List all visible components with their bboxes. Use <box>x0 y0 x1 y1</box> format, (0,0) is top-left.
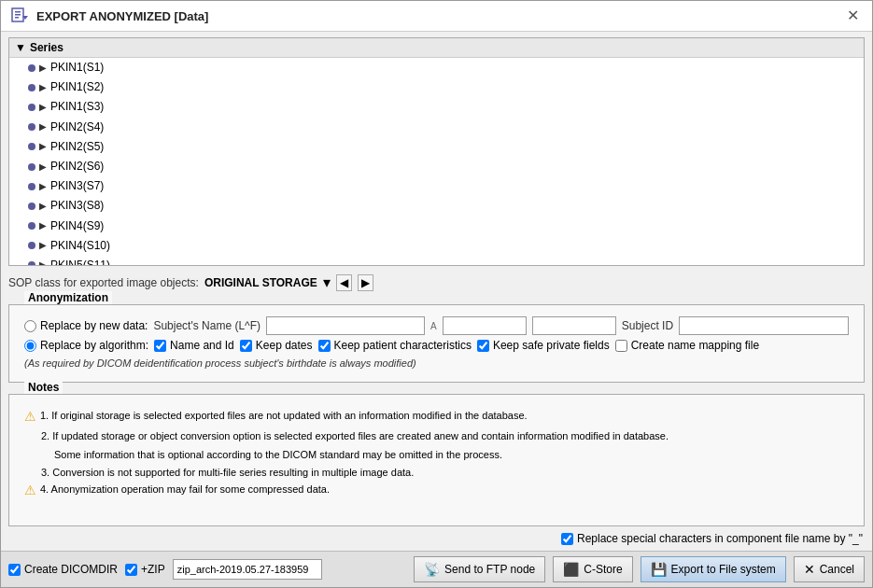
note-4-text: 4. Anonymization operation may fail for … <box>40 482 330 497</box>
cancel-button[interactable]: ✕ Cancel <box>794 556 865 582</box>
subject-name-input[interactable] <box>266 316 425 335</box>
note-4: ⚠ 4. Anonymization operation may fail fo… <box>24 482 849 500</box>
keep-patient-char-checkbox-label[interactable]: Keep patient characteristics <box>318 339 472 352</box>
title-bar-left: EXPORT ANONYMIZED [Data] <box>10 7 208 25</box>
create-name-mapping-checkbox-label[interactable]: Create name mapping file <box>615 339 759 352</box>
bottom-area: Replace special characters in component … <box>8 532 865 545</box>
note-1: ⚠ 1. If original storage is selected exp… <box>24 408 849 427</box>
subject-name-a-input[interactable] <box>443 316 527 335</box>
warning-icon-4: ⚠ <box>24 482 36 500</box>
tree-dot-icon <box>28 64 35 72</box>
tree-item-label: PKIN5(S11) <box>50 257 110 266</box>
sop-dropdown-icon[interactable]: ▾ <box>323 273 331 291</box>
replace-chars-checkbox-label[interactable]: Replace special characters in component … <box>561 532 863 545</box>
title-bar: EXPORT ANONYMIZED [Data] ✕ <box>1 1 872 32</box>
tree-expand-icon[interactable]: ▶ <box>39 179 47 194</box>
subject-id-input[interactable] <box>679 316 849 335</box>
tree-header-label: Series <box>30 41 63 54</box>
tree-item[interactable]: ▶ PKIN1(S3) <box>9 97 864 117</box>
replace-new-label: Replace by new data: <box>40 319 148 332</box>
replace-new-radio-label[interactable]: Replace by new data: <box>24 319 148 332</box>
create-dicomdir-text: Create DICOMDIR <box>24 563 118 576</box>
tree-item[interactable]: ▶ PKIN1(S2) <box>9 77 864 97</box>
replace-algo-row: Replace by algorithm: Name and Id Keep d… <box>24 339 849 352</box>
sop-nav-next[interactable]: ▶ <box>358 274 373 291</box>
keep-patient-char-checkbox[interactable] <box>318 340 331 352</box>
tree-item[interactable]: ▶ PKIN3(S8) <box>9 196 864 216</box>
keep-safe-private-checkbox[interactable] <box>477 340 489 352</box>
tree-dot-icon <box>28 163 35 171</box>
c-store-button[interactable]: ⬛ C-Store <box>553 556 632 582</box>
tree-item[interactable]: ▶ PKIN4(S10) <box>9 236 864 256</box>
tree-item[interactable]: ▶ PKIN1(S1) <box>9 58 864 77</box>
replace-new-radio[interactable] <box>24 320 36 332</box>
create-dicomdir-checkbox[interactable] <box>8 564 21 576</box>
tree-dot-icon <box>28 261 35 266</box>
tree-expand-icon[interactable]: ▶ <box>39 238 47 253</box>
subject-id-label: Subject ID <box>622 319 673 332</box>
tree-expand-icon[interactable]: ▶ <box>39 100 47 115</box>
tree-dot-icon <box>28 123 35 131</box>
create-dicomdir-label[interactable]: Create DICOMDIR <box>8 563 118 576</box>
tree-expand-icon[interactable]: ▶ <box>39 139 47 154</box>
create-name-mapping-label: Create name mapping file <box>631 339 759 352</box>
name-and-id-checkbox[interactable] <box>154 340 166 352</box>
sop-nav-prev[interactable]: ◀ <box>336 274 352 291</box>
send-ftp-button[interactable]: 📡 Send to FTP node <box>414 556 545 582</box>
anon-italic-note: (As required by DICOM deidentification p… <box>24 356 849 371</box>
tree-item[interactable]: ▶ PKIN2(S5) <box>9 137 864 157</box>
name-and-id-checkbox-label[interactable]: Name and Id <box>154 339 234 352</box>
replace-algo-radio[interactable] <box>24 340 36 352</box>
create-name-mapping-checkbox[interactable] <box>615 340 627 352</box>
tree-item-label: PKIN1(S1) <box>50 59 104 77</box>
anonymization-group: Anonymization Replace by new data: Subje… <box>8 304 865 383</box>
tree-item-label: PKIN1(S2) <box>50 78 104 96</box>
svg-rect-2 <box>15 14 21 16</box>
tree-expand-icon[interactable]: ▶ <box>39 218 47 233</box>
replace-algo-radio-label[interactable]: Replace by algorithm: <box>24 339 148 352</box>
tree-expand-icon[interactable]: ▶ <box>39 160 47 175</box>
replace-chars-checkbox[interactable] <box>561 533 573 545</box>
replace-chars-label: Replace special characters in component … <box>577 532 863 545</box>
subject-name-b-input[interactable] <box>532 316 616 335</box>
tree-item-label: PKIN4(S10) <box>50 237 110 255</box>
name-and-id-label: Name and Id <box>170 339 234 352</box>
zip-filename-input[interactable] <box>173 559 322 580</box>
tree-item[interactable]: ▶ PKIN3(S7) <box>9 176 864 196</box>
tree-item[interactable]: ▶ PKIN4(S9) <box>9 217 864 236</box>
keep-dates-checkbox-label[interactable]: Keep dates <box>240 339 313 352</box>
tree-expand-icon[interactable]: ▶ <box>39 199 47 214</box>
export-icon: 💾 <box>651 562 667 577</box>
zip-checkbox[interactable] <box>125 564 137 576</box>
keep-safe-private-checkbox-label[interactable]: Keep safe private fields <box>477 339 610 352</box>
tree-item[interactable]: ▶ PKIN2(S6) <box>9 157 864 176</box>
cancel-label: Cancel <box>820 563 854 576</box>
tree-item[interactable]: ▶ PKIN2(S4) <box>9 118 864 137</box>
tree-expand-icon[interactable]: ▶ <box>39 61 47 76</box>
note-2-text: 2. If updated storage or object conversi… <box>41 428 669 444</box>
svg-rect-3 <box>15 17 19 19</box>
a-label: A <box>430 321 437 331</box>
notes-content: ⚠ 1. If original storage is selected exp… <box>17 402 856 520</box>
tree-collapse-icon[interactable]: ▼ <box>15 41 26 54</box>
replace-new-row: Replace by new data: Subject's Name (L^F… <box>24 316 849 335</box>
tree-expand-icon[interactable]: ▶ <box>39 80 47 95</box>
close-button[interactable]: ✕ <box>843 7 863 25</box>
cancel-icon: ✕ <box>804 562 815 577</box>
sop-value: ORIGINAL STORAGE <box>204 276 317 289</box>
send-ftp-label: Send to FTP node <box>444 563 535 576</box>
ftp-icon: 📡 <box>424 562 440 577</box>
keep-patient-char-label: Keep patient characteristics <box>334 339 472 352</box>
tree-item-label: PKIN4(S9) <box>50 217 104 235</box>
tree-item[interactable]: ▶ PKIN5(S11) <box>9 256 864 266</box>
export-button[interactable]: 💾 Export to File system <box>641 556 786 582</box>
zip-checkbox-label[interactable]: +ZIP <box>125 563 165 576</box>
tree-item-label: PKIN1(S3) <box>50 98 104 116</box>
export-anonymized-dialog: EXPORT ANONYMIZED [Data] ✕ ▼ Series ▶ PK… <box>0 0 873 588</box>
tree-panel: ▼ Series ▶ PKIN1(S1) ▶ PKIN1(S2) ▶ PKIN1… <box>8 37 865 266</box>
tree-expand-icon[interactable]: ▶ <box>39 258 47 266</box>
tree-item-label: PKIN2(S4) <box>50 119 104 136</box>
tree-dot-icon <box>28 203 35 210</box>
keep-dates-checkbox[interactable] <box>240 340 252 352</box>
tree-expand-icon[interactable]: ▶ <box>39 119 47 134</box>
